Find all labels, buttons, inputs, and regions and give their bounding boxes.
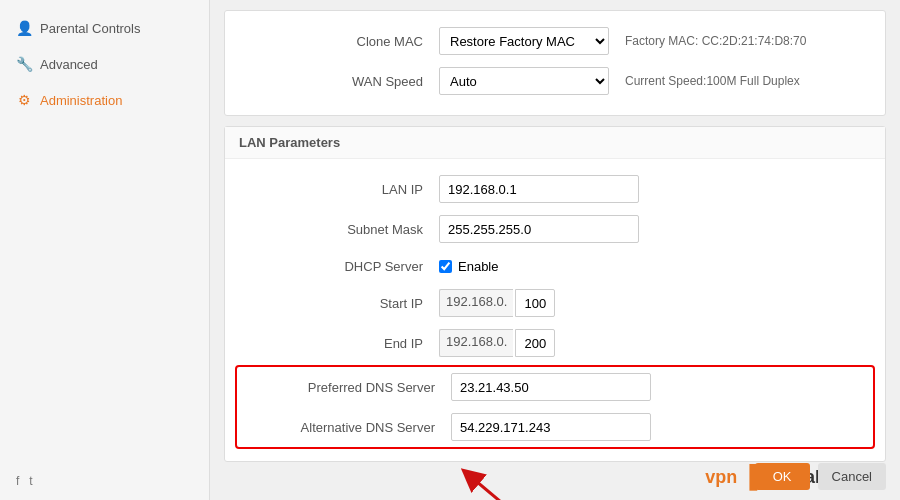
- clone-mac-label: Clone MAC: [239, 34, 439, 49]
- bottom-bar: OK Cancel: [741, 453, 900, 500]
- sidebar-footer: f t: [0, 462, 209, 500]
- wan-speed-label: WAN Speed: [239, 74, 439, 89]
- start-ip-label: Start IP: [239, 296, 439, 311]
- current-speed-text: Current Speed:100M Full Duplex: [625, 74, 800, 88]
- start-ip-row: Start IP 192.168.0.: [225, 283, 885, 323]
- sidebar-item-label: Advanced: [40, 57, 98, 72]
- dhcp-enable-checkbox[interactable]: [439, 260, 452, 273]
- wan-speed-control: Auto Current Speed:100M Full Duplex: [439, 67, 871, 95]
- lan-ip-control: [439, 175, 871, 203]
- twitter-link[interactable]: t: [29, 474, 32, 488]
- facebook-link[interactable]: f: [16, 474, 19, 488]
- wan-section: Clone MAC Restore Factory MAC Factory MA…: [224, 10, 886, 116]
- sidebar-item-parental-controls[interactable]: 👤 Parental Controls: [0, 10, 209, 46]
- wan-speed-select[interactable]: Auto: [439, 67, 609, 95]
- alt-dns-label: Alternative DNS Server: [251, 420, 451, 435]
- ok-button[interactable]: OK: [755, 463, 810, 490]
- lan-ip-label: LAN IP: [239, 182, 439, 197]
- sidebar-item-label: Parental Controls: [40, 21, 140, 36]
- end-ip-row: End IP 192.168.0.: [225, 323, 885, 363]
- alt-dns-control: [451, 413, 859, 441]
- preferred-dns-row: Preferred DNS Server: [237, 367, 873, 407]
- main-content: Clone MAC Restore Factory MAC Factory MA…: [210, 0, 900, 500]
- end-ip-suffix-input[interactable]: [515, 329, 555, 357]
- subnet-mask-row: Subnet Mask: [225, 209, 885, 249]
- lan-section-body: LAN IP Subnet Mask DHCP Server Enable: [225, 159, 885, 461]
- start-ip-suffix-input[interactable]: [515, 289, 555, 317]
- alt-dns-row: Alternative DNS Server: [237, 407, 873, 447]
- dhcp-enable-label: Enable: [458, 259, 498, 274]
- lan-section-title: LAN Parameters: [225, 127, 885, 159]
- advanced-icon: 🔧: [16, 56, 32, 72]
- vpn-text: vpn: [705, 467, 737, 488]
- wan-section-body: Clone MAC Restore Factory MAC Factory MA…: [225, 11, 885, 111]
- alt-dns-input[interactable]: [451, 413, 651, 441]
- clone-mac-select[interactable]: Restore Factory MAC: [439, 27, 609, 55]
- parental-controls-icon: 👤: [16, 20, 32, 36]
- administration-icon: ⚙: [16, 92, 32, 108]
- dhcp-server-label: DHCP Server: [239, 259, 439, 274]
- lan-ip-input[interactable]: [439, 175, 639, 203]
- sidebar-item-label: Administration: [40, 93, 122, 108]
- preferred-dns-input[interactable]: [451, 373, 651, 401]
- end-ip-group: 192.168.0.: [439, 329, 555, 357]
- dns-highlight-box: Preferred DNS Server Alternative DNS Ser…: [235, 365, 875, 449]
- clone-mac-control: Restore Factory MAC Factory MAC: CC:2D:2…: [439, 27, 871, 55]
- svg-line-1: [470, 476, 520, 500]
- lan-section: LAN Parameters LAN IP Subnet Mask DHCP S…: [224, 126, 886, 462]
- sidebar-item-administration[interactable]: ⚙ Administration: [0, 82, 209, 118]
- subnet-mask-label: Subnet Mask: [239, 222, 439, 237]
- end-ip-label: End IP: [239, 336, 439, 351]
- factory-mac-text: Factory MAC: CC:2D:21:74:D8:70: [625, 34, 806, 48]
- subnet-mask-input[interactable]: [439, 215, 639, 243]
- sidebar: 👤 Parental Controls 🔧 Advanced ⚙ Adminis…: [0, 0, 210, 500]
- clone-mac-row: Clone MAC Restore Factory MAC Factory MA…: [225, 21, 885, 61]
- dhcp-enable-control: Enable: [439, 259, 871, 274]
- start-ip-group: 192.168.0.: [439, 289, 555, 317]
- lan-ip-row: LAN IP: [225, 169, 885, 209]
- start-ip-prefix: 192.168.0.: [439, 289, 513, 317]
- sidebar-item-advanced[interactable]: 🔧 Advanced: [0, 46, 209, 82]
- dhcp-server-row: DHCP Server Enable: [225, 249, 885, 283]
- arrow-annotation: [450, 468, 530, 500]
- end-ip-control: 192.168.0.: [439, 329, 871, 357]
- end-ip-prefix: 192.168.0.: [439, 329, 513, 357]
- wan-speed-row: WAN Speed Auto Current Speed:100M Full D…: [225, 61, 885, 101]
- preferred-dns-control: [451, 373, 859, 401]
- start-ip-control: 192.168.0.: [439, 289, 871, 317]
- cancel-button[interactable]: Cancel: [818, 463, 886, 490]
- subnet-mask-control: [439, 215, 871, 243]
- preferred-dns-label: Preferred DNS Server: [251, 380, 451, 395]
